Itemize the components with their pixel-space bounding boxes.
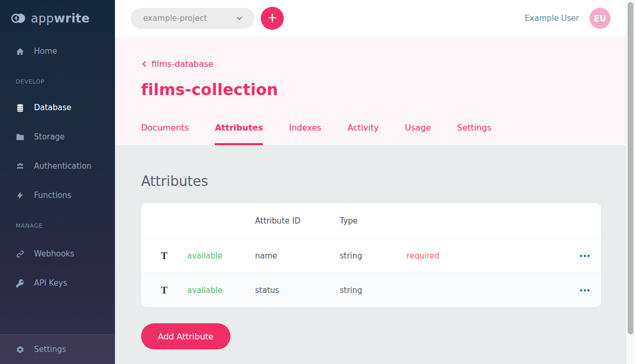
home-icon (16, 47, 25, 56)
row-actions-menu-button[interactable] (578, 286, 592, 295)
sidebar-item-authentication[interactable]: Authentication (0, 151, 115, 181)
table-row: T available name string required (141, 238, 601, 273)
tab-settings[interactable]: Settings (457, 123, 492, 145)
string-type-icon: T (161, 250, 168, 262)
lightning-icon (16, 191, 25, 200)
sidebar-nav: Home DEVELOP Database Storage Authentic (0, 37, 115, 298)
attribute-id-cell: name (255, 251, 340, 261)
sidebar-item-label: Authentication (34, 161, 91, 171)
sidebar-section-manage: MANAGE (16, 222, 115, 231)
scrollbar-track[interactable] (626, 0, 635, 364)
project-selector-dropdown[interactable]: example-project (131, 8, 255, 29)
ellipsis-icon (580, 289, 582, 291)
attribute-id-cell: status (255, 286, 340, 295)
sidebar-item-label: Settings (34, 345, 66, 354)
tab-usage[interactable]: Usage (405, 123, 431, 145)
tab-bar: Documents Attributes Indexes Activity Us… (141, 123, 491, 145)
table-header-row: Attribute ID Type (141, 203, 601, 238)
users-icon (16, 162, 25, 171)
col-type: Type (340, 216, 407, 226)
add-project-button[interactable]: + (261, 7, 284, 30)
type-cell: string (340, 286, 407, 295)
folder-icon (16, 133, 25, 142)
sidebar-item-label: API Keys (34, 278, 67, 288)
ellipsis-icon (580, 255, 582, 257)
chevron-down-icon (236, 15, 243, 22)
sidebar-footer: Settings (0, 334, 115, 364)
sidebar-item-storage[interactable]: Storage (0, 122, 115, 151)
key-icon (16, 279, 25, 288)
status-badge: available (187, 251, 255, 261)
status-badge: available (187, 286, 255, 295)
sidebar-item-functions[interactable]: Functions (0, 181, 115, 210)
scrollbar-thumb[interactable] (628, 2, 633, 334)
sidebar: appwrite Home DEVELOP Database Stor (0, 0, 115, 364)
database-icon (16, 103, 25, 112)
row-actions-menu-button[interactable] (578, 252, 592, 260)
sidebar-item-webhooks[interactable]: Webhooks (0, 239, 115, 268)
project-selector-value: example-project (143, 14, 207, 23)
plus-icon: + (267, 11, 278, 24)
tab-activity[interactable]: Activity (348, 123, 379, 145)
attributes-table: Attribute ID Type T available name strin… (141, 203, 601, 307)
sidebar-item-label: Webhooks (34, 249, 74, 259)
sidebar-item-label: Storage (34, 132, 65, 142)
topbar: example-project + Example User EU (115, 0, 635, 37)
table-row: T available status string (141, 273, 601, 307)
type-cell: string (340, 251, 407, 261)
avatar[interactable]: EU (590, 8, 610, 29)
appwrite-logo-icon (10, 10, 26, 26)
appwrite-logo-text: appwrite (31, 11, 90, 25)
logo-text-bold: write (54, 11, 90, 25)
breadcrumb[interactable]: films-database (141, 59, 213, 69)
tab-attributes[interactable]: Attributes (215, 123, 263, 145)
sidebar-item-settings[interactable]: Settings (0, 335, 115, 364)
section-heading: Attributes (141, 173, 635, 189)
sidebar-item-label: Functions (34, 191, 72, 200)
required-badge: required (407, 251, 569, 261)
main-area: example-project + Example User EU films-… (115, 0, 635, 364)
sidebar-item-api-keys[interactable]: API Keys (0, 268, 115, 298)
gear-icon (16, 345, 25, 354)
page-title: films-collection (141, 80, 635, 99)
tab-indexes[interactable]: Indexes (289, 123, 321, 145)
tab-documents[interactable]: Documents (141, 123, 189, 145)
appwrite-logo[interactable]: appwrite (0, 0, 115, 37)
content: Attributes Attribute ID Type T available… (115, 145, 635, 364)
link-icon (16, 250, 25, 259)
sidebar-item-label: Database (34, 103, 72, 112)
col-attribute-id: Attribute ID (255, 216, 340, 226)
add-attribute-button[interactable]: Add Attribute (141, 323, 230, 349)
string-type-icon: T (161, 285, 168, 296)
chevron-left-icon (141, 61, 148, 67)
avatar-initials: EU (594, 14, 606, 24)
page-header: films-database films-collection Document… (115, 37, 635, 145)
sidebar-section-develop: DEVELOP (16, 78, 115, 87)
sidebar-item-label: Home (34, 46, 57, 56)
sidebar-item-home[interactable]: Home (0, 37, 115, 66)
sidebar-item-database[interactable]: Database (0, 93, 115, 122)
app-root: appwrite Home DEVELOP Database Stor (0, 0, 635, 364)
breadcrumb-label: films-database (152, 59, 213, 69)
logo-text-regular: app (31, 11, 54, 25)
user-name-link[interactable]: Example User (525, 14, 579, 23)
